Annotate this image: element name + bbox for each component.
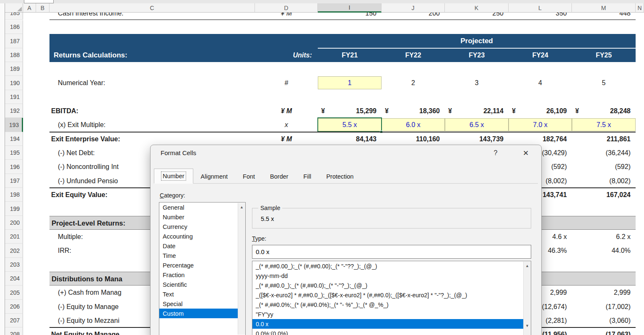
column-header-m[interactable]: M: [572, 3, 636, 13]
category-item-time[interactable]: Time: [159, 251, 245, 260]
column-header-c[interactable]: C: [49, 3, 255, 13]
cell-I194[interactable]: 84,143: [318, 132, 377, 146]
row-header-204[interactable]: 204: [5, 272, 23, 286]
cell-M201[interactable]: 6.2 x: [572, 230, 631, 244]
row-header-197[interactable]: 197: [5, 174, 23, 188]
select-all-corner[interactable]: [5, 3, 23, 13]
type-input[interactable]: 0.0 x: [252, 245, 531, 259]
row-header-191[interactable]: 191: [5, 90, 23, 104]
scroll-up-icon[interactable]: ▲: [524, 264, 531, 268]
cell-M185[interactable]: 448: [572, 13, 631, 20]
cell-M208[interactable]: (17,063): [572, 327, 631, 335]
category-item-special[interactable]: Special: [159, 299, 245, 309]
row-header-207[interactable]: 207: [5, 314, 23, 327]
format-code-item-6[interactable]: 0.0 x: [252, 319, 531, 329]
cell-J193[interactable]: 6.0 x: [382, 118, 445, 132]
format-code-item-7[interactable]: 0.0%;(0.0%): [252, 329, 531, 335]
cell-K185[interactable]: 250: [445, 13, 504, 20]
cell-M193[interactable]: 7.5 x: [572, 118, 636, 132]
category-item-text[interactable]: Text: [159, 289, 245, 299]
cell-units-185[interactable]: ¥ M: [255, 13, 318, 20]
row-header-185[interactable]: 185: [5, 13, 23, 20]
tab-font[interactable]: Font: [235, 169, 262, 183]
format-code-item-2[interactable]: _(* #,##0.0_);_(* (#,##0.0);_(* "-"?_);_…: [252, 280, 531, 290]
tab-fill[interactable]: Fill: [296, 169, 319, 183]
year-header-fy21[interactable]: FY21: [318, 48, 382, 62]
units-column-label[interactable]: Units:: [255, 48, 312, 62]
cell-K190[interactable]: 3: [445, 76, 509, 90]
cell-units-193[interactable]: x: [255, 118, 318, 132]
column-header-k[interactable]: K: [445, 3, 509, 13]
cell-M195[interactable]: (36,244): [572, 146, 631, 160]
row-header-189[interactable]: 189: [5, 62, 23, 76]
cell-M197[interactable]: (8,002): [572, 174, 631, 188]
column-header-n[interactable]: N: [636, 3, 644, 13]
row-header-206[interactable]: 206: [5, 300, 23, 314]
row-header-196[interactable]: 196: [5, 160, 23, 174]
cell-units-190[interactable]: #: [255, 76, 318, 90]
help-icon[interactable]: ?: [488, 148, 503, 158]
category-item-number[interactable]: Number: [159, 212, 245, 222]
format-code-item-0[interactable]: _(* #,##0.00_);_(* (#,##0.00);_(* "-"??_…: [252, 261, 531, 271]
category-scrollbar[interactable]: ▲: [238, 203, 245, 335]
tab-protection[interactable]: Protection: [319, 169, 361, 183]
row-header-194[interactable]: 194: [5, 132, 23, 146]
close-icon[interactable]: ✕: [519, 148, 533, 158]
year-header-fy22[interactable]: FY22: [382, 48, 445, 62]
cell-M196[interactable]: (592): [572, 160, 631, 174]
category-item-percentage[interactable]: Percentage: [159, 260, 245, 270]
cell-M205[interactable]: 2,999: [572, 286, 631, 300]
row-header-186[interactable]: 186: [5, 20, 23, 34]
cell-units-194[interactable]: ¥ M: [255, 132, 318, 146]
tab-number[interactable]: Number: [154, 169, 193, 184]
category-item-currency[interactable]: Currency: [159, 222, 245, 231]
year-header-fy24[interactable]: FY24: [509, 48, 572, 62]
format-code-scrollbar[interactable]: ▲▼: [523, 262, 531, 335]
cell-J190[interactable]: 2: [382, 76, 445, 90]
row-header-201[interactable]: 201: [5, 230, 23, 244]
cell-L193[interactable]: 7.0 x: [509, 118, 572, 132]
category-item-custom[interactable]: Custom: [159, 309, 245, 318]
row-header-202[interactable]: 202: [5, 244, 23, 258]
column-header-b[interactable]: B: [36, 3, 49, 13]
row-header-188[interactable]: 188: [5, 48, 23, 62]
format-code-item-1[interactable]: yyyy-mm-dd: [252, 271, 531, 280]
column-header-l[interactable]: L: [509, 3, 572, 13]
cell-K193[interactable]: 6.5 x: [445, 118, 509, 132]
tab-border[interactable]: Border: [262, 169, 296, 183]
category-item-date[interactable]: Date: [159, 241, 245, 251]
format-code-item-3[interactable]: _([$€-x-euro2] * #,##0.0_);_([$€-x-euro2…: [252, 290, 531, 300]
row-header-195[interactable]: 195: [5, 146, 23, 160]
cell-L185[interactable]: 350: [509, 13, 567, 20]
cell-M206[interactable]: (17,002): [572, 300, 631, 314]
category-item-scientific[interactable]: Scientific: [159, 280, 245, 289]
format-code-item-4[interactable]: _(* #,##0.0%;_(* (#,##0.0%);_(* "- %"_);…: [252, 300, 531, 309]
cell-I190[interactable]: 1: [318, 76, 382, 90]
column-header-i[interactable]: I: [318, 3, 382, 13]
cell-M198[interactable]: 167,024: [572, 188, 631, 202]
row-header-200[interactable]: 200: [5, 216, 23, 230]
row-header-198[interactable]: 198: [5, 188, 23, 202]
returns-calculations-title[interactable]: Returns Calculations:: [54, 48, 213, 62]
column-header-j[interactable]: J: [382, 3, 445, 13]
scroll-down-icon[interactable]: ▼: [524, 324, 531, 328]
year-header-fy25[interactable]: FY25: [572, 48, 636, 62]
row-label-193[interactable]: (x) Exit Multiple:: [58, 118, 255, 132]
category-item-general[interactable]: General: [159, 203, 245, 212]
row-label-190[interactable]: Numerical Year:: [58, 76, 255, 90]
cell-I185[interactable]: 150: [318, 13, 377, 20]
row-header-205[interactable]: 205: [5, 286, 23, 300]
row-header-203[interactable]: 203: [5, 258, 23, 272]
row-label-192[interactable]: EBITDA:: [51, 104, 255, 118]
scroll-up-icon[interactable]: ▲: [238, 205, 245, 209]
format-code-item-5[interactable]: "FY"yy: [252, 309, 531, 319]
cell-M207[interactable]: (3,060): [572, 314, 631, 327]
row-header-193[interactable]: 193: [5, 118, 23, 132]
category-item-fraction[interactable]: Fraction: [159, 270, 245, 280]
cell-K194[interactable]: 143,739: [445, 132, 504, 146]
cell-units-192[interactable]: ¥ M: [255, 104, 318, 118]
projected-merged-header[interactable]: Projected: [318, 34, 636, 48]
cell-J185[interactable]: 200: [382, 13, 440, 20]
row-label-194[interactable]: Exit Enterprise Value:: [51, 132, 255, 146]
row-header-190[interactable]: 190: [5, 76, 23, 90]
